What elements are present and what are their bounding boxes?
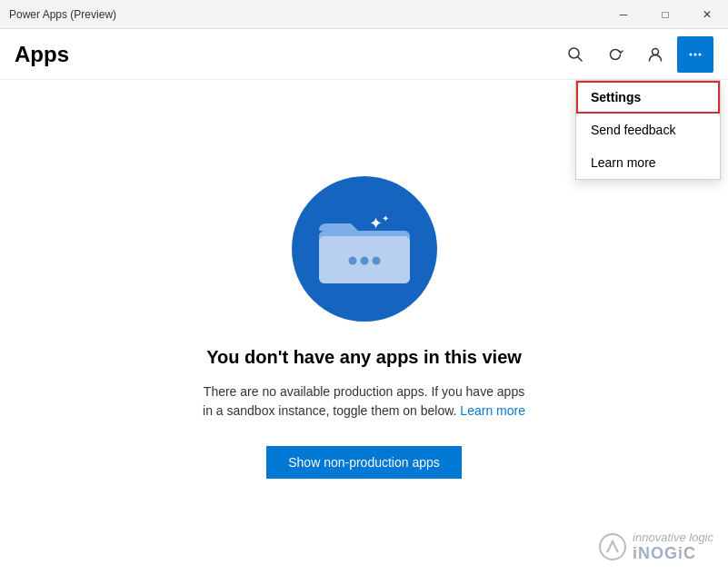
learn-more-menu-item[interactable]: Learn more xyxy=(576,146,720,179)
minimize-button[interactable]: ─ xyxy=(603,0,644,29)
svg-point-10 xyxy=(348,256,356,264)
svg-text:✦: ✦ xyxy=(369,214,383,233)
svg-line-1 xyxy=(578,56,583,61)
search-button[interactable] xyxy=(557,36,593,73)
folder-icon: ✦ ✦ xyxy=(314,211,414,288)
folder-illustration: ✦ ✦ xyxy=(292,176,437,322)
title-bar-controls: ─ □ ✕ xyxy=(603,0,728,29)
svg-point-3 xyxy=(690,53,693,55)
page-title: Apps xyxy=(15,42,69,67)
svg-point-4 xyxy=(694,53,697,55)
watermark-logo-icon xyxy=(598,532,627,561)
watermark: innovative logic iNOGiC xyxy=(598,530,713,564)
app-bar: Apps xyxy=(0,29,728,80)
svg-point-12 xyxy=(372,256,380,264)
minimize-icon: ─ xyxy=(620,9,628,20)
close-button[interactable]: ✕ xyxy=(686,0,728,29)
more-button[interactable] xyxy=(677,36,713,73)
empty-title: You don't have any apps in this view xyxy=(206,347,522,368)
send-feedback-menu-item[interactable]: Send feedback xyxy=(576,114,720,146)
svg-point-2 xyxy=(653,48,659,55)
title-bar-left: Power Apps (Preview) xyxy=(9,8,116,21)
learn-more-link[interactable]: Learn more xyxy=(460,403,525,418)
svg-point-11 xyxy=(360,256,368,264)
watermark-text: innovative logic iNOGiC xyxy=(633,530,713,564)
refresh-icon xyxy=(607,46,623,63)
empty-description: There are no available production apps. … xyxy=(201,382,528,421)
user-icon xyxy=(647,46,663,63)
svg-text:✦: ✦ xyxy=(382,213,389,223)
show-nonproduction-button[interactable]: Show non-production apps xyxy=(266,446,462,479)
svg-point-5 xyxy=(699,53,702,55)
dropdown-menu: Settings Send feedback Learn more xyxy=(575,80,721,180)
ellipsis-icon xyxy=(687,46,703,63)
search-icon xyxy=(567,46,583,63)
maximize-icon: □ xyxy=(662,8,668,21)
user-button[interactable] xyxy=(637,36,673,73)
maximize-button[interactable]: □ xyxy=(644,0,686,29)
title-bar: Power Apps (Preview) ─ □ ✕ xyxy=(0,0,728,29)
svg-point-13 xyxy=(600,534,625,560)
app-name: Power Apps (Preview) xyxy=(9,8,116,21)
refresh-button[interactable] xyxy=(597,36,633,73)
app-bar-icons xyxy=(557,36,713,73)
settings-menu-item[interactable]: Settings xyxy=(576,81,720,114)
close-icon: ✕ xyxy=(703,8,712,21)
